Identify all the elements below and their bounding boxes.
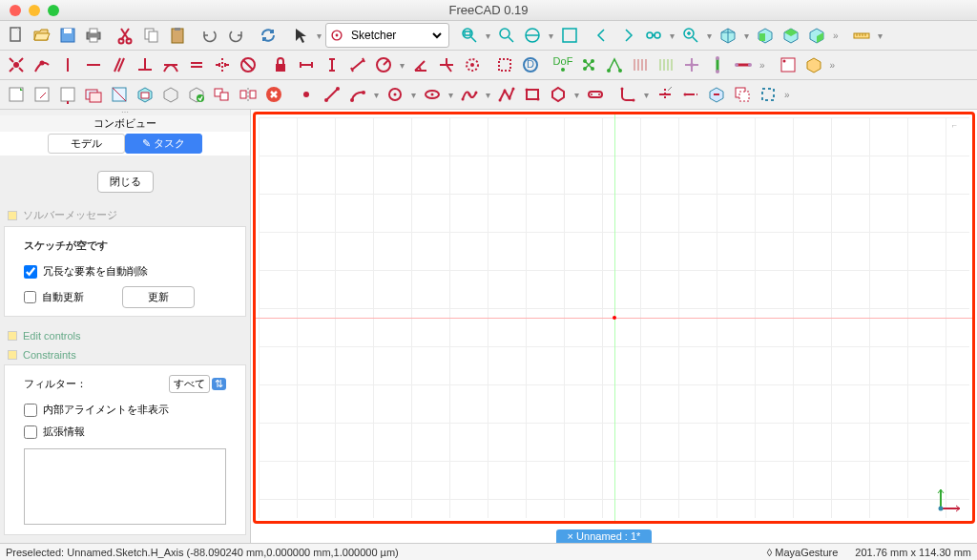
measure-icon[interactable] — [849, 23, 874, 48]
document-tab[interactable]: × Unnamed : 1* — [556, 529, 653, 543]
chevron-down-icon[interactable]: ▾ — [546, 31, 556, 41]
close-tab-icon[interactable]: × — [568, 530, 573, 542]
nav-back-icon[interactable] — [590, 23, 614, 48]
line-icon[interactable] — [320, 82, 344, 107]
undo-icon[interactable] — [197, 23, 222, 48]
arc-icon[interactable] — [345, 82, 370, 107]
chevron-down-icon[interactable]: ▾ — [641, 90, 652, 100]
tab-task[interactable]: ✎ タスク — [125, 134, 202, 154]
polyline-icon[interactable] — [494, 82, 519, 107]
more-icon[interactable]: » — [781, 90, 793, 100]
chevron-down-icon[interactable]: ▾ — [408, 90, 419, 100]
select-elements-icon[interactable] — [602, 52, 627, 77]
constrain-vertical-icon[interactable] — [55, 52, 80, 77]
chevron-down-icon[interactable]: ▾ — [483, 31, 493, 41]
close-button[interactable]: 閉じる — [97, 171, 154, 193]
copy-icon[interactable] — [139, 23, 164, 48]
right-view-icon[interactable] — [804, 23, 829, 48]
ext-info-checkbox[interactable] — [24, 425, 37, 439]
refresh-icon[interactable] — [256, 23, 281, 48]
constrain-distance-icon[interactable] — [345, 52, 370, 77]
chevron-down-icon[interactable]: ▾ — [741, 31, 752, 41]
constrain-radius-icon[interactable] — [371, 52, 396, 77]
more-icon[interactable]: » — [757, 60, 768, 71]
constrain-parallel-icon[interactable] — [107, 52, 132, 77]
view-sketch-icon[interactable] — [81, 82, 106, 107]
reorient-icon[interactable] — [158, 82, 183, 107]
zoom-selection-icon[interactable] — [494, 23, 519, 48]
extend-icon[interactable] — [678, 82, 703, 107]
mirror-icon[interactable] — [236, 82, 260, 107]
chevron-down-icon[interactable]: ▾ — [704, 31, 715, 41]
iso-view-icon[interactable] — [716, 23, 740, 48]
auto-delete-checkbox[interactable] — [24, 265, 37, 279]
constrain-coincident-icon[interactable] — [4, 52, 29, 77]
constrain-symmetric-icon[interactable] — [210, 52, 235, 77]
toggle-const-icon[interactable] — [756, 82, 780, 107]
auto-update-checkbox[interactable] — [24, 291, 36, 303]
chevron-down-icon[interactable]: ▾ — [397, 60, 407, 71]
filter-select[interactable]: すべて — [169, 375, 210, 393]
constrain-horizontal-icon[interactable] — [81, 52, 106, 77]
polygon-icon[interactable] — [546, 82, 571, 107]
more-icon[interactable]: » — [830, 31, 842, 41]
workbench-selector[interactable]: Sketcher — [325, 23, 449, 48]
chevron-down-icon[interactable]: ▾ — [572, 90, 582, 100]
cut-icon[interactable] — [114, 23, 138, 48]
save-file-icon[interactable] — [55, 23, 80, 48]
select-origin-icon[interactable] — [679, 52, 704, 77]
constrain-point-on-icon[interactable] — [30, 52, 54, 77]
fillet-icon[interactable] — [615, 82, 640, 107]
constraints-list[interactable] — [24, 448, 226, 525]
constrain-lock-icon[interactable] — [268, 52, 293, 77]
update-button[interactable]: 更新 — [122, 286, 195, 308]
constrain-internal-icon[interactable] — [460, 52, 485, 77]
chevron-down-icon[interactable]: ▾ — [875, 31, 885, 41]
carbon-copy-icon[interactable] — [730, 82, 755, 107]
nav-forward-icon[interactable] — [615, 23, 640, 48]
print-icon[interactable] — [81, 23, 106, 48]
toggle-driving-icon[interactable]: D — [518, 52, 543, 77]
trim-icon[interactable] — [653, 82, 677, 107]
bounding-box-icon[interactable] — [557, 23, 582, 48]
constraints-header[interactable]: Constraints — [0, 345, 250, 364]
constrain-vdist-icon[interactable] — [320, 52, 344, 77]
bspline-icon[interactable] — [457, 82, 482, 107]
sketch-origin[interactable] — [613, 316, 616, 320]
circle-icon[interactable] — [383, 82, 407, 107]
more-icon[interactable]: » — [827, 60, 839, 71]
merge-icon[interactable] — [210, 82, 235, 107]
solver-section-header[interactable]: ソルバーメッセージ — [0, 204, 250, 226]
cursor-icon[interactable] — [288, 23, 313, 48]
chevron-down-icon[interactable]: ▾ — [314, 31, 324, 41]
front-view-icon[interactable] — [753, 23, 778, 48]
chevron-down-icon[interactable]: ▾ — [446, 90, 456, 100]
select-haxis-icon[interactable] — [731, 52, 756, 77]
zoom-fit-icon[interactable] — [457, 23, 482, 48]
constrain-block-icon[interactable] — [236, 52, 260, 77]
nav-style-button[interactable]: ◊ MayaGesture — [767, 547, 839, 558]
constrain-equal-icon[interactable] — [184, 52, 209, 77]
edit-sketch-icon[interactable] — [30, 82, 54, 107]
show-constraints-icon[interactable] — [628, 52, 653, 77]
validate-icon[interactable] — [184, 82, 209, 107]
edit-controls-header[interactable]: Edit controls — [0, 326, 250, 345]
point-icon[interactable] — [294, 82, 319, 107]
workbench-select[interactable]: Sketcher — [347, 28, 445, 43]
paste-icon[interactable] — [165, 23, 190, 48]
stop-icon[interactable] — [261, 82, 286, 107]
new-file-icon[interactable] — [4, 23, 29, 48]
sketch-icon[interactable] — [776, 52, 800, 77]
chevron-down-icon[interactable]: ▾ — [667, 31, 677, 41]
view-section-icon[interactable] — [107, 82, 132, 107]
new-sketch-icon[interactable] — [4, 82, 29, 107]
constrain-snell-icon[interactable] — [434, 52, 459, 77]
constrain-perpendicular-icon[interactable] — [133, 52, 157, 77]
conic-icon[interactable] — [420, 82, 445, 107]
filter-dropdown-icon[interactable]: ⇅ — [212, 378, 226, 390]
hide-alignment-checkbox[interactable] — [24, 404, 37, 417]
redo-icon[interactable] — [223, 23, 248, 48]
chevron-down-icon[interactable]: ▾ — [371, 90, 382, 100]
draw-style-icon[interactable] — [520, 23, 545, 48]
top-view-icon[interactable] — [779, 23, 803, 48]
